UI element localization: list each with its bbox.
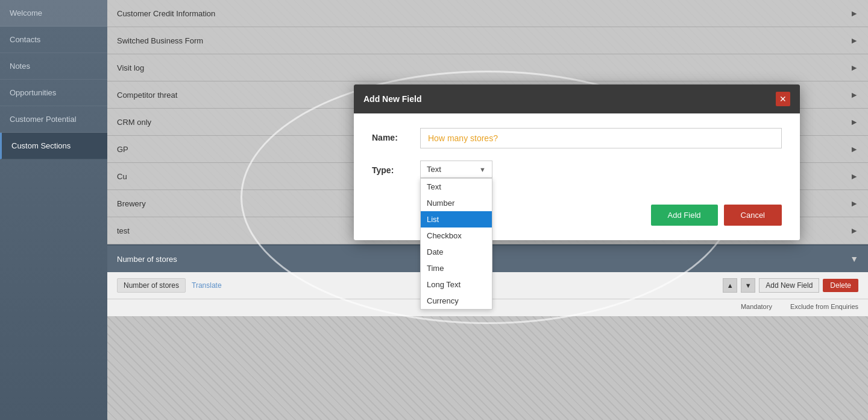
delete-button[interactable]: Delete bbox=[823, 279, 858, 292]
chevron-right-icon: ► bbox=[850, 90, 858, 100]
move-down-button[interactable]: ▼ bbox=[741, 278, 755, 293]
type-dropdown-list: Text Number List Checkbox Date Time Long… bbox=[420, 178, 492, 310]
type-option-list[interactable]: List bbox=[421, 211, 492, 228]
add-new-field-modal: Add New Field ✕ Name: Type: Text ▼ bbox=[354, 84, 800, 240]
sidebar-item-welcome[interactable]: Welcome bbox=[0, 0, 107, 27]
sidebar-item-contacts[interactable]: Contacts bbox=[0, 27, 107, 53]
modal-body: Name: Type: Text ▼ Text Number List bbox=[354, 113, 800, 205]
modal-title: Add New Field bbox=[363, 94, 421, 104]
mandatory-label: Mandatory bbox=[741, 303, 772, 310]
move-up-button[interactable]: ▲ bbox=[723, 278, 737, 293]
chevron-down-icon: ▼ bbox=[850, 254, 858, 264]
type-select-wrap: Text ▼ Text Number List Checkbox Date Ti… bbox=[420, 161, 782, 178]
section-row-switched-business[interactable]: Switched Business Form ► bbox=[107, 27, 868, 54]
field-tag-stores: Number of stores bbox=[117, 278, 186, 293]
type-form-row: Type: Text ▼ Text Number List Checkbox D… bbox=[372, 161, 782, 178]
type-option-currency[interactable]: Currency bbox=[421, 293, 492, 309]
modal-close-button[interactable]: ✕ bbox=[776, 92, 790, 106]
exclude-enquiries-label: Exclude from Enquiries bbox=[790, 303, 858, 310]
sidebar-item-customer-potential[interactable]: Customer Potential bbox=[0, 106, 107, 133]
chevron-right-icon: ► bbox=[850, 36, 858, 45]
name-form-row: Name: bbox=[372, 128, 782, 148]
chevron-right-icon: ► bbox=[850, 144, 858, 154]
chevron-right-icon: ► bbox=[850, 63, 858, 72]
chevron-right-icon: ► bbox=[850, 8, 858, 18]
main-content: Customer Credit Information ► Switched B… bbox=[107, 0, 868, 420]
type-option-number[interactable]: Number bbox=[421, 195, 492, 211]
bottom-actions: ▲ ▼ Add New Field Delete bbox=[723, 278, 858, 293]
modal-header: Add New Field ✕ bbox=[354, 84, 800, 113]
modal-add-field-button[interactable]: Add Field bbox=[651, 205, 718, 226]
chevron-right-icon: ► bbox=[850, 199, 858, 208]
sidebar-item-custom-sections[interactable]: Custom Sections bbox=[0, 133, 107, 159]
section-row-visit-log[interactable]: Visit log ► bbox=[107, 54, 868, 81]
section-row-customer-credit[interactable]: Customer Credit Information ► bbox=[107, 0, 868, 27]
sidebar-item-opportunities[interactable]: Opportunities bbox=[0, 80, 107, 106]
type-option-long-text[interactable]: Long Text bbox=[421, 276, 492, 293]
sidebar-item-notes[interactable]: Notes bbox=[0, 53, 107, 80]
translate-link[interactable]: Translate bbox=[192, 281, 222, 290]
type-option-text[interactable]: Text bbox=[421, 179, 492, 195]
type-option-checkbox[interactable]: Checkbox bbox=[421, 228, 492, 244]
modal-cancel-button[interactable]: Cancel bbox=[724, 205, 782, 226]
chevron-right-icon: ► bbox=[850, 117, 858, 127]
add-new-field-button[interactable]: Add New Field bbox=[759, 278, 819, 293]
type-option-date[interactable]: Date bbox=[421, 244, 492, 260]
type-option-time[interactable]: Time bbox=[421, 260, 492, 276]
name-input-wrap bbox=[420, 128, 782, 148]
name-label: Name: bbox=[372, 128, 420, 142]
select-arrow-icon: ▼ bbox=[479, 166, 486, 173]
chevron-right-icon: ► bbox=[850, 171, 858, 181]
name-input[interactable] bbox=[420, 128, 782, 148]
type-select-display[interactable]: Text ▼ bbox=[420, 161, 492, 178]
sidebar: Welcome Contacts Notes Opportunities Cus… bbox=[0, 0, 107, 420]
type-label: Type: bbox=[372, 161, 420, 175]
selected-type-text: Text bbox=[427, 165, 441, 174]
chevron-right-icon: ► bbox=[850, 226, 858, 235]
